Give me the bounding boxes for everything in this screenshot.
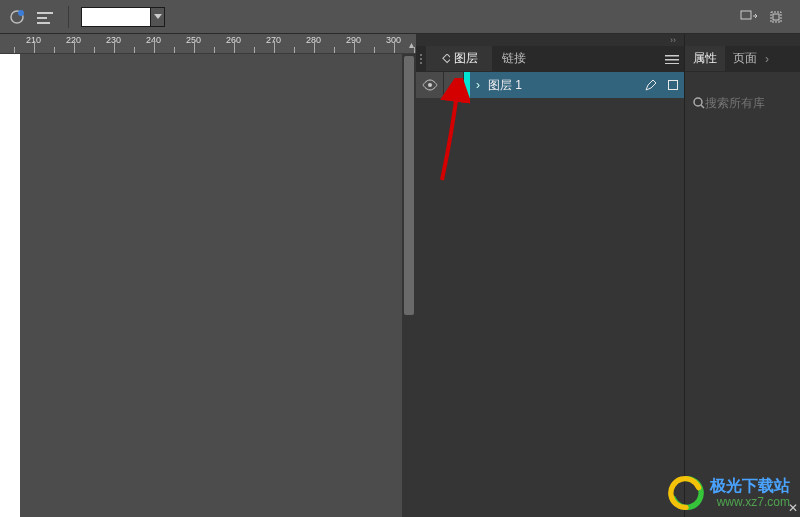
search-icon <box>693 97 705 109</box>
toolbar <box>0 0 800 34</box>
ruler-caret-icon: ▴ <box>409 38 414 49</box>
tab-label: 页面 <box>733 50 757 67</box>
pen-icon[interactable] <box>640 78 662 92</box>
close-icon[interactable]: ✕ <box>788 501 798 515</box>
vertical-scrollbar[interactable] <box>402 54 416 517</box>
more-icon[interactable]: › <box>765 46 775 71</box>
svg-line-17 <box>701 105 704 108</box>
divider <box>68 6 69 28</box>
expand-toggle[interactable]: › <box>470 78 486 92</box>
svg-point-9 <box>420 58 422 60</box>
target-icon[interactable] <box>662 80 684 90</box>
canvas-column: 00 210 220 230 240 250 260 270 280 290 <box>0 34 416 517</box>
svg-point-15 <box>428 83 432 87</box>
tab-label: 属性 <box>693 50 717 67</box>
ruler-tick: 300 <box>386 35 410 45</box>
panel-menu-icon[interactable] <box>660 46 684 71</box>
horizontal-ruler[interactable]: 00 210 220 230 240 250 260 270 280 290 <box>0 34 416 54</box>
panel-drag-icon[interactable] <box>416 46 426 71</box>
ruler-tick: 00 <box>0 35 10 45</box>
ruler-tick: 220 <box>66 35 90 45</box>
eye-icon <box>422 79 438 91</box>
layer-name[interactable]: 图层 1 <box>486 77 640 94</box>
right-panel: 属性 页面 › <box>684 34 800 517</box>
svg-rect-5 <box>741 11 751 19</box>
tab-pages[interactable]: 页面 <box>725 46 765 71</box>
canvas[interactable] <box>0 54 416 517</box>
visibility-toggle[interactable] <box>416 72 444 98</box>
gradient-tool-icon[interactable] <box>6 6 28 28</box>
tab-layers[interactable]: 图层 <box>426 46 492 71</box>
svg-rect-12 <box>665 55 679 57</box>
ruler-tick: 270 <box>266 35 290 45</box>
svg-rect-14 <box>665 63 679 64</box>
layers-panel: ›› 图层 链接 <box>416 34 684 517</box>
fill-swatch[interactable] <box>81 7 151 27</box>
lock-cell[interactable] <box>444 72 464 98</box>
ruler-tick: 230 <box>106 35 130 45</box>
tab-label: 链接 <box>502 50 526 67</box>
align-tool-icon[interactable] <box>34 6 56 28</box>
search-input[interactable] <box>705 96 800 110</box>
ruler-tick: 240 <box>146 35 170 45</box>
collapse-bar[interactable] <box>685 34 800 46</box>
collapse-bar[interactable]: ›› <box>416 34 684 46</box>
layer-row[interactable]: › 图层 1 <box>416 72 684 98</box>
tab-links[interactable]: 链接 <box>492 46 536 71</box>
svg-rect-7 <box>773 14 779 20</box>
svg-rect-13 <box>665 59 679 61</box>
scroll-thumb[interactable] <box>404 56 414 315</box>
fill-swatch-dropdown[interactable] <box>151 7 165 27</box>
ruler-tick: 280 <box>306 35 330 45</box>
panels-column: ›› 图层 链接 <box>416 34 800 517</box>
page-edge <box>0 54 20 517</box>
tab-label: 图层 <box>454 50 478 67</box>
ruler-tick: 250 <box>186 35 210 45</box>
library-search <box>685 90 800 116</box>
tab-properties[interactable]: 属性 <box>685 46 725 71</box>
svg-point-1 <box>18 10 24 16</box>
transform-icon[interactable] <box>738 6 760 28</box>
ruler-tick: 210 <box>26 35 50 45</box>
ruler-tick: 290 <box>346 35 370 45</box>
svg-point-8 <box>420 54 422 56</box>
svg-rect-2 <box>37 12 53 14</box>
svg-rect-3 <box>37 17 47 19</box>
panel-tabs: 图层 链接 <box>416 46 684 72</box>
right-panel-tabs: 属性 页面 › <box>685 46 800 72</box>
svg-rect-4 <box>37 22 50 24</box>
diamond-icon <box>440 54 450 64</box>
svg-rect-11 <box>443 54 450 62</box>
svg-point-16 <box>694 98 702 106</box>
ruler-tick: 260 <box>226 35 250 45</box>
svg-point-10 <box>420 62 422 64</box>
crop-icon[interactable] <box>766 6 788 28</box>
main-area: 00 210 220 230 240 250 260 270 280 290 <box>0 34 800 517</box>
